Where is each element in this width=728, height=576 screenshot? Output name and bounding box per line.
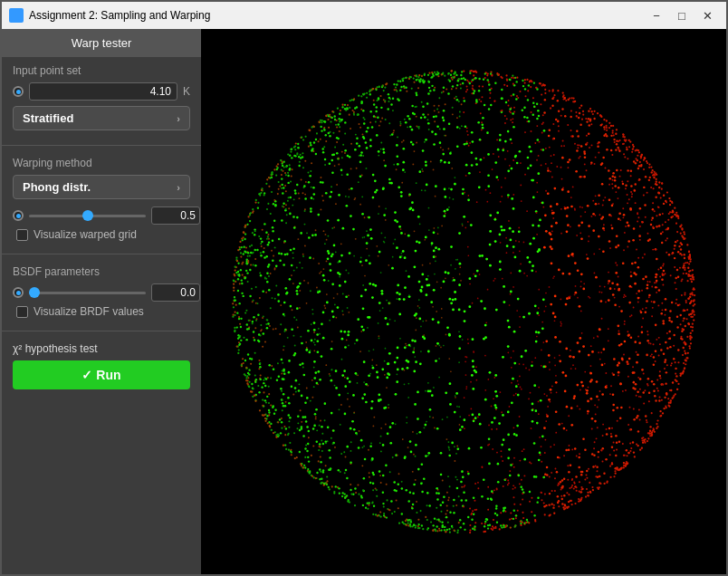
phong-dropdown[interactable]: Phong distr. › (13, 175, 190, 199)
panel-header: Warp tester (2, 29, 201, 57)
bsdf-slider-row (13, 283, 190, 302)
warping-slider-row (13, 206, 190, 225)
point-count-row: K (13, 82, 190, 101)
visualize-brdf-label: Visualize BRDF values (34, 305, 144, 318)
run-label: ✓ Run (81, 368, 120, 382)
bsdf-slider[interactable] (29, 292, 146, 294)
app-body: Warp tester Input point set K Stratified… (2, 29, 726, 574)
divider-3 (2, 331, 201, 331)
window-controls: − □ ✕ (645, 6, 719, 24)
divider-1 (2, 145, 201, 146)
canvas-area (201, 29, 726, 574)
point-count-unit: K (183, 85, 190, 98)
divider-2 (2, 254, 201, 254)
warping-slider-radio[interactable] (13, 210, 24, 221)
window-title: Assignment 2: Sampling and Warping (29, 9, 639, 22)
bsdf-label: BSDF parameters (13, 265, 190, 278)
input-point-set-label: Input point set (13, 64, 190, 77)
stratified-arrow: › (177, 113, 180, 124)
bsdf-slider-radio[interactable] (13, 287, 24, 298)
maximize-button[interactable]: □ (670, 6, 694, 24)
stratified-dropdown[interactable]: Stratified › (13, 106, 190, 130)
warping-value-input[interactable] (151, 206, 200, 225)
visualize-warped-grid-checkbox[interactable] (16, 229, 28, 241)
dot-canvas (201, 29, 726, 574)
visualize-warped-grid-label: Visualize warped grid (34, 228, 137, 241)
input-point-set-section: Input point set K Stratified › (2, 57, 201, 141)
bsdf-value-input[interactable] (151, 283, 200, 302)
chi-test-label: χ² hypothesis test (13, 342, 190, 355)
run-button[interactable]: ✓ Run (13, 360, 190, 389)
visualize-brdf-row: Visualize BRDF values (13, 305, 190, 318)
visualize-warped-grid-row: Visualize warped grid (13, 228, 190, 241)
title-bar: Assignment 2: Sampling and Warping − □ ✕ (2, 2, 726, 29)
stratified-label: Stratified (23, 111, 73, 125)
left-panel: Warp tester Input point set K Stratified… (2, 29, 201, 574)
visualize-brdf-checkbox[interactable] (16, 306, 28, 318)
point-count-input[interactable] (29, 82, 177, 101)
chi-test-section: χ² hypothesis test ✓ Run (2, 335, 201, 397)
close-button[interactable]: ✕ (695, 6, 719, 24)
minimize-button[interactable]: − (645, 6, 668, 24)
warping-slider[interactable] (29, 215, 146, 217)
phong-label: Phong distr. (23, 180, 91, 194)
app-icon (9, 8, 24, 23)
phong-arrow: › (177, 182, 180, 193)
warping-method-label: Warping method (13, 157, 190, 169)
point-count-radio[interactable] (13, 86, 24, 97)
bsdf-section: BSDF parameters Visualize BRDF values (2, 258, 201, 327)
warping-method-section: Warping method Phong distr. › Visualize … (2, 149, 201, 250)
